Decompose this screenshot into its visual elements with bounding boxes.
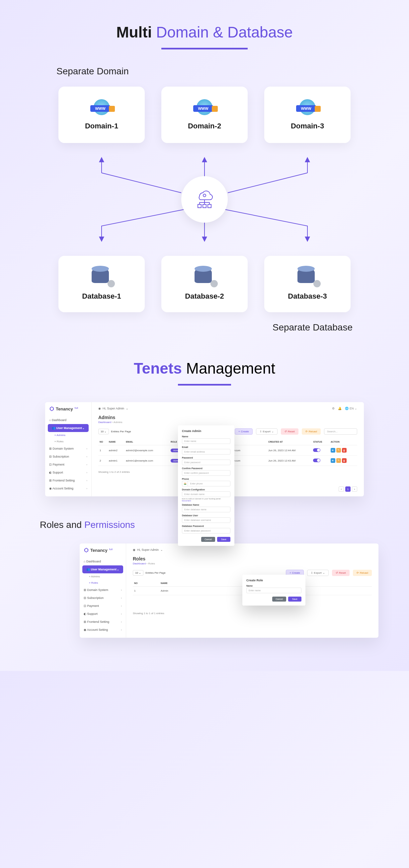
row-actions: 👁✎🗑: [331, 458, 347, 463]
help-text: how to add-on domain in your hosting pan…: [182, 498, 230, 502]
epp-select[interactable]: 10 ⌄: [133, 570, 143, 576]
col-no[interactable]: NO: [133, 580, 159, 587]
edit-icon[interactable]: ✎: [336, 448, 341, 453]
sidebar-item-frontend[interactable]: ⊞ Frontend Setting›: [80, 618, 126, 626]
sidebar-item-support[interactable]: ◐ Support›: [45, 468, 91, 476]
sidebar-item-frontend[interactable]: ⊞ Frontend Setting›: [45, 476, 91, 485]
gear-icon[interactable]: ⚙: [332, 407, 334, 410]
reload-button[interactable]: ⟳ Reload: [353, 570, 372, 576]
col-created[interactable]: CREATED AT: [267, 439, 312, 445]
field-label: Email: [182, 446, 230, 448]
sidebar-item-payment[interactable]: ⊡ Payment›: [45, 461, 91, 468]
database-label: Database-3: [288, 292, 327, 301]
flag-select[interactable]: 🇮🇳: [182, 481, 187, 487]
modal-title: Create Role: [246, 579, 301, 582]
status-toggle[interactable]: [313, 459, 320, 462]
view-icon[interactable]: 👁: [331, 458, 335, 463]
dbname-input[interactable]: Enter database name: [182, 507, 230, 512]
domain-card-1: WWW Domain-1: [58, 87, 145, 143]
sidebar-item-account[interactable]: ◉ Account Setting›: [80, 626, 126, 634]
sidebar-item-payment[interactable]: ⊡ Payment›: [80, 602, 126, 610]
cancel-button[interactable]: Cancel: [272, 597, 286, 601]
export-button[interactable]: ⇩ Export ⌄: [256, 428, 277, 435]
email-input[interactable]: Enter email address: [182, 449, 230, 455]
breadcrumb: Dashboard › Admins: [98, 421, 357, 424]
reset-button[interactable]: ↺ Reset: [332, 570, 350, 576]
topbar: ◉ Hi, Super Admin ⌄: [133, 548, 372, 552]
field-label: Name: [182, 435, 230, 438]
page-prev[interactable]: ‹: [339, 487, 344, 492]
reload-button[interactable]: ⟳ Reload: [302, 428, 321, 435]
password-input[interactable]: Enter password: [182, 460, 230, 465]
col-name[interactable]: NAME: [108, 439, 124, 445]
page-title: Roles: [133, 556, 372, 561]
label-separate-database: Separate Database: [0, 322, 353, 333]
database-label: Database-2: [185, 292, 224, 301]
status-toggle[interactable]: [313, 448, 320, 452]
svg-rect-7: [203, 205, 206, 208]
sidebar-sub-admins[interactable]: » Admins: [45, 432, 91, 438]
sidebar-item-subscription[interactable]: ⊟ Subscription›: [45, 453, 91, 461]
sidebar-sub-admins[interactable]: » Admins: [80, 574, 126, 580]
epp-select[interactable]: 10 ⌄: [98, 429, 109, 434]
diagram: [58, 156, 351, 243]
top-icons: ⚙ 🔔 🌐 EN ⌄: [332, 407, 357, 410]
logo: Tenancyfull: [45, 406, 91, 416]
sidebar-item-user-management[interactable]: 👥 User Management⌄: [48, 424, 89, 432]
lang-switch[interactable]: 🌐 EN ⌄: [345, 407, 357, 410]
sidebar-item-domain-system[interactable]: ⊞ Domain System›: [45, 445, 91, 453]
entries-per-page: 10 ⌄ Entries Per Page: [98, 429, 131, 434]
search-input[interactable]: Search...: [324, 428, 357, 435]
dbuser-input[interactable]: Enter database username: [182, 517, 230, 523]
edit-icon[interactable]: ✎: [336, 458, 341, 463]
underline: [162, 48, 247, 50]
delete-icon[interactable]: 🗑: [342, 448, 347, 453]
sidebar-item-dashboard[interactable]: ⌂ Dashboard: [80, 557, 126, 565]
phone-input[interactable]: Enter phone: [187, 481, 230, 487]
sidebar-sub-roles[interactable]: » Roles: [80, 580, 126, 586]
svg-rect-8: [208, 205, 211, 208]
help-link[interactable]: Document: [182, 500, 191, 502]
greeting[interactable]: ◉ Hi, Super Admin ⌄: [133, 548, 163, 552]
sidebar-item-domain-system[interactable]: ⊞ Domain System›: [80, 586, 126, 594]
confirm-password-input[interactable]: Enter confirm password: [182, 470, 230, 476]
col-status[interactable]: STATUS: [312, 439, 329, 445]
sidebar: Tenancyfull ⌂ Dashboard 👥 User Managemen…: [80, 544, 126, 638]
sidebar-sub-roles[interactable]: » Roles: [45, 438, 91, 445]
title-accent: Domain & Database: [152, 24, 292, 41]
export-button[interactable]: ⇩ Export ⌄: [307, 570, 329, 576]
view-icon[interactable]: 👁: [331, 448, 335, 453]
sidebar-item-dashboard[interactable]: ⌂ Dashboard: [45, 416, 91, 424]
reset-button[interactable]: ↺ Reset: [281, 428, 298, 435]
sidebar-item-support[interactable]: ◐ Support›: [80, 610, 126, 618]
create-button[interactable]: + Create: [235, 428, 253, 435]
database-row: Database-1 Database-2 Database-3: [0, 256, 409, 312]
col-no[interactable]: NO: [98, 439, 108, 445]
admins-screenshot: Tenancyfull ⌂ Dashboard 👥 User Managemen…: [45, 402, 364, 496]
delete-icon[interactable]: 🗑: [342, 458, 347, 463]
label-separate-domain: Separate Domain: [56, 66, 409, 76]
domain-label: Domain-1: [85, 122, 118, 130]
col-action: ACTION: [329, 439, 357, 445]
greeting[interactable]: ◉ Hi, Super Admin ⌄: [98, 407, 128, 410]
col-email[interactable]: EMAIL: [124, 439, 169, 445]
role-name-input[interactable]: Enter name: [246, 588, 301, 593]
database-card-1: Database-1: [58, 256, 145, 312]
sidebar: Tenancyfull ⌂ Dashboard 👥 User Managemen…: [45, 402, 92, 496]
bell-icon[interactable]: 🔔: [338, 407, 342, 410]
domain-input[interactable]: Enter domain name: [182, 491, 230, 497]
main-content: ◉ Hi, Super Admin ⌄ ⚙ 🔔 🌐 EN ⌄ Admins Da…: [92, 402, 364, 496]
save-button[interactable]: Save: [217, 537, 230, 542]
save-button[interactable]: Save: [288, 597, 301, 601]
cancel-button[interactable]: Cancel: [201, 537, 215, 542]
sidebar-item-account[interactable]: ◉ Account Setting›: [45, 485, 91, 492]
field-label: Confirm Password: [182, 467, 230, 469]
name-input[interactable]: Enter name: [182, 438, 230, 444]
sidebar-item-subscription[interactable]: ⊟ Subscription›: [80, 594, 126, 602]
sidebar-item-user-management[interactable]: 👥 User Management⌄: [82, 565, 123, 574]
database-card-2: Database-2: [162, 256, 247, 312]
dbpwd-input[interactable]: Enter database password: [182, 528, 230, 533]
page-current[interactable]: 1: [345, 487, 351, 492]
section-title-multidb: Multi Domain & Database: [0, 23, 409, 41]
page-next[interactable]: ›: [352, 487, 357, 492]
